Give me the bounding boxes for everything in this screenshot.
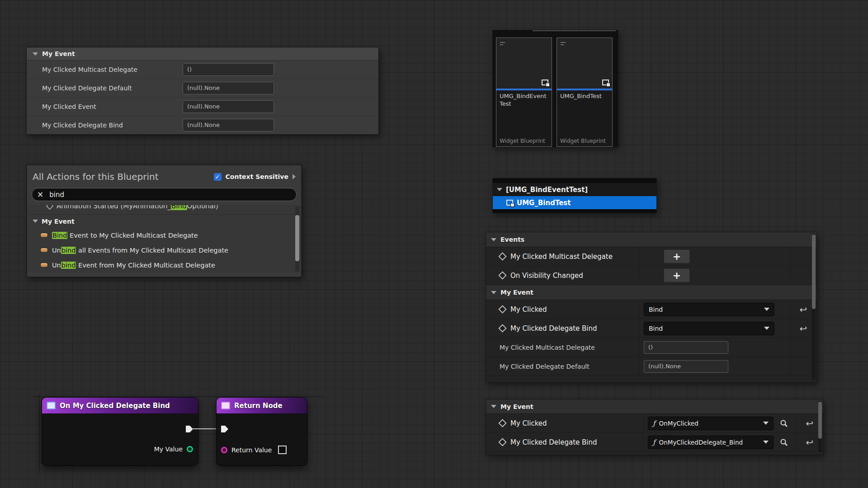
hierarchy-root-row[interactable]: [UMG_BindEventTest] xyxy=(493,183,656,196)
event-label-group: On Visibility Changed xyxy=(486,266,639,285)
dropdown-value: OnMyClickedDelegate_Bind xyxy=(659,439,743,446)
action-item-text: Bind Event to My Clicked Multicast Deleg… xyxy=(52,232,198,239)
reset-to-default-icon[interactable]: ↩ xyxy=(806,419,814,428)
chevron-down-icon xyxy=(764,308,769,311)
bind-dropdown[interactable]: Bind xyxy=(644,322,774,335)
return-value-pin[interactable] xyxy=(221,447,227,453)
property-label: My Clicked Delegate Default xyxy=(500,363,590,370)
property-row: My Clicked Multicast Delegate () xyxy=(486,338,816,357)
property-value-field[interactable]: (null).None xyxy=(183,119,274,131)
browse-function-icon[interactable] xyxy=(780,419,788,427)
action-item-content: Animation Started (MyAnimation_BindOptio… xyxy=(27,205,301,213)
category-header-my-event[interactable]: My Event xyxy=(27,47,378,61)
event-label: My Clicked Delegate Bind xyxy=(510,324,597,333)
action-item-clipped[interactable]: Animation Started (MyAnimation_BindOptio… xyxy=(27,205,301,215)
reset-to-default-icon[interactable]: ↩ xyxy=(806,438,814,447)
actions-menu-titlebar: All Actions for this Blueprint ✓ Context… xyxy=(27,165,301,188)
exec-input-pin[interactable] xyxy=(221,426,228,432)
category-header-events[interactable]: Events xyxy=(486,232,816,247)
category-label: My Event xyxy=(42,218,75,225)
context-sensitive-label: Context Sensitive xyxy=(226,173,288,180)
dropdown-value: Bind xyxy=(649,325,663,332)
bind-dropdown[interactable]: Bind xyxy=(644,303,774,316)
event-label-group: My Clicked xyxy=(486,300,639,319)
asset-name: UMG_BindEventTest xyxy=(500,93,547,108)
function-icon: ƒ xyxy=(653,438,656,446)
property-value-field[interactable]: () xyxy=(183,63,274,76)
return-node-icon xyxy=(221,402,230,409)
search-highlight: bind xyxy=(61,247,76,254)
action-item-text: Unbind Event from My Clicked Multicast D… xyxy=(52,262,215,269)
hierarchy-selected-row[interactable]: UMG_BindTest xyxy=(493,196,656,209)
collapse-arrow-icon xyxy=(497,188,502,191)
panel-filler xyxy=(486,376,816,382)
asset-tile-umg-bindeventtest[interactable]: UMG_BindEventTest Widget Blueprint xyxy=(496,38,552,147)
category-header-my-event[interactable]: My Event xyxy=(486,399,823,414)
function-dropdown[interactable]: ƒ OnMyClicked xyxy=(648,417,774,430)
property-value-field[interactable]: (null).None xyxy=(183,82,274,94)
asset-tile-umg-bindtest[interactable]: UMG_BindTest Widget Blueprint xyxy=(557,38,613,147)
my-value-pin[interactable] xyxy=(187,446,193,452)
event-label: My Clicked xyxy=(510,419,547,427)
scrollbar-thumb[interactable] xyxy=(818,402,822,439)
node-header: Return Node xyxy=(217,398,307,414)
value-cell: ƒ OnMyClickedDelegate_Bind xyxy=(643,433,796,451)
chevron-down-icon xyxy=(763,441,769,444)
search-highlight: Bind xyxy=(52,232,67,239)
dropdown-value: Bind xyxy=(649,306,663,313)
return-value-checkbox[interactable] xyxy=(278,446,287,454)
scrollbar-thumb[interactable] xyxy=(295,215,299,261)
details-panel-bindings: Events My Clicked Multicast Delegate + O… xyxy=(486,232,816,382)
property-label-group: My Clicked Multicast Delegate xyxy=(486,338,639,357)
value-cell: Bind xyxy=(639,300,790,319)
event-diamond-icon xyxy=(498,271,506,279)
icon-part xyxy=(546,83,550,87)
function-dropdown[interactable]: ƒ OnMyClickedDelegate_Bind xyxy=(648,436,774,449)
text-fragment: Un xyxy=(52,262,61,269)
asset-info: UMG_BindTest Widget Blueprint xyxy=(557,90,612,146)
icon-part xyxy=(510,203,514,207)
value-cell: () xyxy=(639,338,790,357)
thumbnail-detail xyxy=(561,42,566,43)
thumbnail-detail xyxy=(500,44,503,45)
scrollbar-thumb[interactable] xyxy=(812,235,816,309)
scrollbar-track xyxy=(818,401,822,452)
delegate-icon xyxy=(41,233,47,237)
search-input[interactable] xyxy=(48,190,291,199)
node-on-my-clicked-delegate-bind[interactable]: On My Clicked Delegate Bind My Value xyxy=(42,397,198,466)
action-item[interactable]: Unbind all Events from My Clicked Multic… xyxy=(27,243,301,258)
property-row: My Clicked Delegate Bind (null).None xyxy=(27,116,378,134)
widget-blueprint-icon xyxy=(506,200,513,206)
search-highlight: bind xyxy=(61,262,76,269)
add-event-button[interactable]: + xyxy=(664,249,690,263)
node-return[interactable]: Return Node Return Value xyxy=(216,397,307,466)
collapse-arrow-icon xyxy=(491,291,496,294)
add-event-button[interactable]: + xyxy=(664,268,690,282)
reset-to-default-icon[interactable]: ↩ xyxy=(800,305,807,314)
property-label: My Clicked Multicast Delegate xyxy=(27,66,183,73)
event-diamond-icon xyxy=(498,324,506,332)
browse-function-icon[interactable] xyxy=(780,438,788,446)
tab-underline xyxy=(533,30,616,31)
property-value-field[interactable]: (null).None xyxy=(183,100,274,113)
actions-menu: All Actions for this Blueprint ✓ Context… xyxy=(27,165,302,277)
property-label: My Clicked Multicast Delegate xyxy=(500,344,595,351)
clear-search-icon[interactable]: × xyxy=(37,191,43,198)
property-value-field[interactable]: (null).None xyxy=(644,360,728,373)
property-value-field[interactable]: () xyxy=(644,341,728,354)
event-label-group: My Clicked xyxy=(486,414,643,432)
function-icon: ƒ xyxy=(653,419,656,427)
node-header: On My Clicked Delegate Bind xyxy=(42,398,198,414)
action-item[interactable]: Unbind Event from My Clicked Multicast D… xyxy=(27,258,301,272)
category-label: Events xyxy=(500,236,524,243)
asset-type: Widget Blueprint xyxy=(500,138,547,144)
action-item[interactable]: Bind Event to My Clicked Multicast Deleg… xyxy=(27,228,301,243)
context-sensitive-checkbox[interactable]: ✓ xyxy=(214,173,222,181)
submenu-arrow-icon xyxy=(292,174,296,179)
thumbnail-detail xyxy=(561,44,564,45)
reset-to-default-icon[interactable]: ↩ xyxy=(800,324,807,333)
graph-origin-hline xyxy=(33,396,324,397)
category-header-my-event[interactable]: My Event xyxy=(27,215,301,228)
category-header-my-event[interactable]: My Event xyxy=(486,285,816,300)
event-row: On Visibility Changed + xyxy=(486,266,816,285)
